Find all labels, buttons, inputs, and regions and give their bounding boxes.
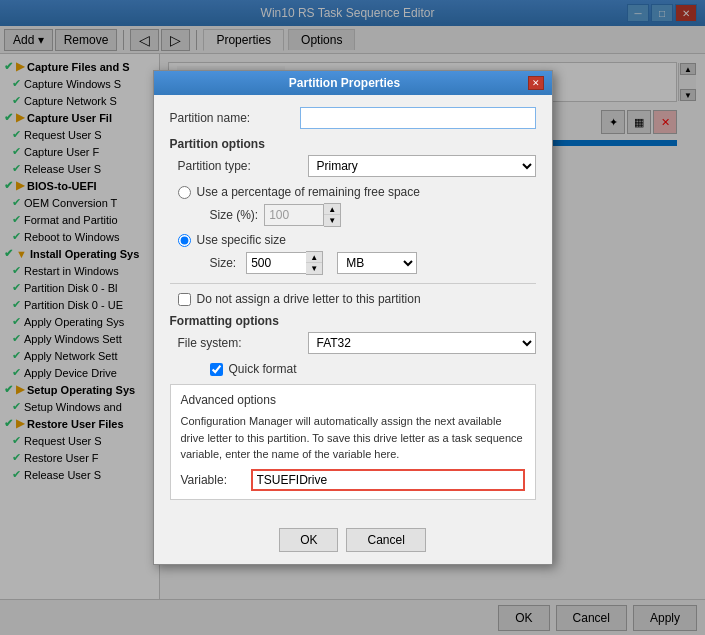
radio-percent-label: Use a percentage of remaining free space [197,185,420,199]
variable-input[interactable] [251,469,525,491]
partition-options-title: Partition options [170,137,536,151]
file-system-row: File system: FAT32 NTFS exFAT [170,332,536,354]
size-percent-input-wrap: ▲ ▼ [264,203,341,227]
modal-close-button[interactable]: ✕ [528,76,544,90]
variable-row: Variable: [181,469,525,491]
spinner-down-size[interactable]: ▼ [306,263,322,274]
spinner-arrows-size: ▲ ▼ [306,251,323,275]
quick-format-checkbox[interactable] [210,363,223,376]
formatting-options-title: Formatting options [170,314,536,328]
modal-title: Partition Properties [162,76,528,90]
partition-type-row: Partition type: Primary Logical Extended [170,155,536,177]
spinner-down-percent[interactable]: ▼ [324,215,340,226]
partition-type-select[interactable]: Primary Logical Extended [308,155,536,177]
quick-format-row: Quick format [170,362,536,376]
quick-format-label: Quick format [229,362,297,376]
partition-name-label: Partition name: [170,111,300,125]
partition-type-label: Partition type: [178,159,308,173]
no-drive-letter-row: Do not assign a drive letter to this par… [170,292,536,306]
radio-specific-row: Use specific size [170,233,536,247]
advanced-options-text: Configuration Manager will automatically… [181,413,525,463]
size-input-wrap: ▲ ▼ [246,251,323,275]
radio-specific-input[interactable] [178,234,191,247]
no-drive-letter-label: Do not assign a drive letter to this par… [197,292,421,306]
radio-percent-row: Use a percentage of remaining free space [170,185,536,199]
size-percent-label: Size (%): [210,208,259,222]
partition-name-input[interactable] [300,107,536,129]
file-system-label: File system: [178,336,308,350]
spinner-up-size[interactable]: ▲ [306,252,322,263]
variable-label: Variable: [181,473,251,487]
divider-1 [170,283,536,284]
size-row: Size: ▲ ▼ MB GB TB [170,251,536,275]
modal-title-bar: Partition Properties ✕ [154,71,552,95]
size-label: Size: [210,256,237,270]
size-percent-row: Size (%): ▲ ▼ [170,203,536,227]
size-percent-input[interactable] [264,204,324,226]
radio-specific-label: Use specific size [197,233,286,247]
spinner-arrows-percent: ▲ ▼ [324,203,341,227]
modal-cancel-button[interactable]: Cancel [346,528,425,552]
modal-footer: OK Cancel [154,520,552,564]
modal-ok-button[interactable]: OK [279,528,338,552]
partition-properties-dialog: Partition Properties ✕ Partition name: P… [153,70,553,565]
size-input[interactable] [246,252,306,274]
partition-name-row: Partition name: [170,107,536,129]
advanced-options-section: Advanced options Configuration Manager w… [170,384,536,500]
spinner-up-percent[interactable]: ▲ [324,204,340,215]
file-system-select[interactable]: FAT32 NTFS exFAT [308,332,536,354]
no-drive-letter-checkbox[interactable] [178,293,191,306]
size-unit-select[interactable]: MB GB TB [337,252,417,274]
advanced-options-title: Advanced options [181,393,525,407]
radio-percent-input[interactable] [178,186,191,199]
modal-overlay: Partition Properties ✕ Partition name: P… [0,0,705,635]
modal-body: Partition name: Partition options Partit… [154,95,552,520]
